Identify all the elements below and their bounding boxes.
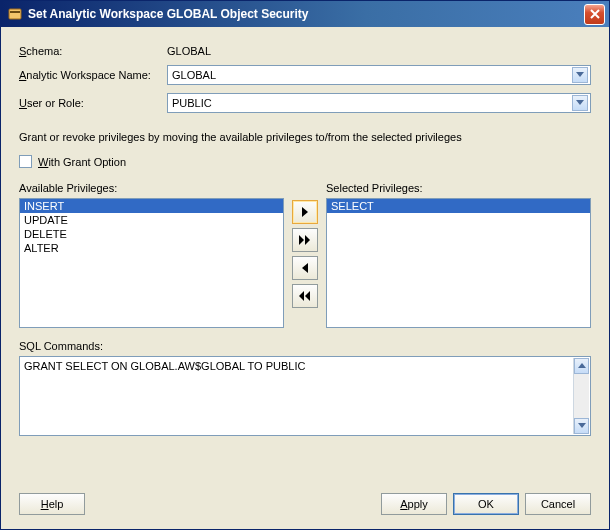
dialog-window: Set Analytic Workspace GLOBAL Object Sec… — [0, 0, 610, 530]
user-role-label: User or Role: — [19, 97, 167, 109]
close-button[interactable] — [584, 4, 605, 25]
move-left-button[interactable] — [292, 256, 318, 280]
move-all-left-button[interactable] — [292, 284, 318, 308]
aw-name-combo[interactable]: GLOBAL — [167, 65, 591, 85]
titlebar: Set Analytic Workspace GLOBAL Object Sec… — [1, 1, 609, 27]
user-role-combo-value: PUBLIC — [172, 97, 212, 109]
grant-option-checkbox[interactable] — [19, 155, 32, 168]
app-icon — [7, 6, 23, 22]
list-item[interactable]: SELECT — [327, 199, 590, 213]
scroll-down-icon[interactable] — [574, 418, 589, 434]
list-item[interactable]: INSERT — [20, 199, 283, 213]
available-col: Available Privileges: INSERTUPDATEDELETE… — [19, 182, 284, 328]
aw-name-label: Analytic Workspace Name: — [19, 69, 167, 81]
grant-option-label: With Grant Option — [38, 156, 126, 168]
help-button[interactable]: Help — [19, 493, 85, 515]
privileges-shuttle: Available Privileges: INSERTUPDATEDELETE… — [19, 182, 591, 328]
svg-rect-0 — [9, 9, 21, 19]
shuttle-buttons — [290, 182, 320, 328]
user-role-combo[interactable]: PUBLIC — [167, 93, 591, 113]
sql-commands-box[interactable]: GRANT SELECT ON GLOBAL.AW$GLOBAL TO PUBL… — [19, 356, 591, 436]
available-label: Available Privileges: — [19, 182, 284, 194]
selected-listbox[interactable]: SELECT — [326, 198, 591, 328]
chevron-down-icon — [572, 67, 588, 83]
list-item[interactable]: ALTER — [20, 241, 283, 255]
move-right-button[interactable] — [292, 200, 318, 224]
chevron-down-icon — [572, 95, 588, 111]
apply-button[interactable]: Apply — [381, 493, 447, 515]
schema-row: Schema: GLOBAL — [19, 45, 591, 57]
selected-col: Selected Privileges: SELECT — [326, 182, 591, 328]
list-item[interactable]: DELETE — [20, 227, 283, 241]
svg-rect-1 — [10, 11, 20, 13]
sql-text: GRANT SELECT ON GLOBAL.AW$GLOBAL TO PUBL… — [24, 360, 305, 372]
available-listbox[interactable]: INSERTUPDATEDELETEALTER — [19, 198, 284, 328]
sql-label: SQL Commands: — [19, 340, 591, 352]
cancel-button[interactable]: Cancel — [525, 493, 591, 515]
aw-name-combo-value: GLOBAL — [172, 69, 216, 81]
schema-label: Schema: — [19, 45, 167, 57]
grant-option-row: With Grant Option — [19, 155, 591, 168]
selected-label: Selected Privileges: — [326, 182, 591, 194]
dialog-footer: Help Apply OK Cancel — [19, 493, 591, 519]
aw-name-row: Analytic Workspace Name: GLOBAL — [19, 65, 591, 85]
scroll-up-icon[interactable] — [574, 358, 589, 374]
list-item[interactable]: UPDATE — [20, 213, 283, 227]
move-all-right-button[interactable] — [292, 228, 318, 252]
scrollbar[interactable] — [573, 358, 589, 434]
instruction-text: Grant or revoke privileges by moving the… — [19, 131, 591, 143]
schema-value: GLOBAL — [167, 45, 211, 57]
sql-box-wrap: GRANT SELECT ON GLOBAL.AW$GLOBAL TO PUBL… — [19, 356, 591, 436]
dialog-content: Schema: GLOBAL Analytic Workspace Name: … — [1, 27, 609, 529]
window-title: Set Analytic Workspace GLOBAL Object Sec… — [28, 7, 584, 21]
ok-button[interactable]: OK — [453, 493, 519, 515]
user-role-row: User or Role: PUBLIC — [19, 93, 591, 113]
